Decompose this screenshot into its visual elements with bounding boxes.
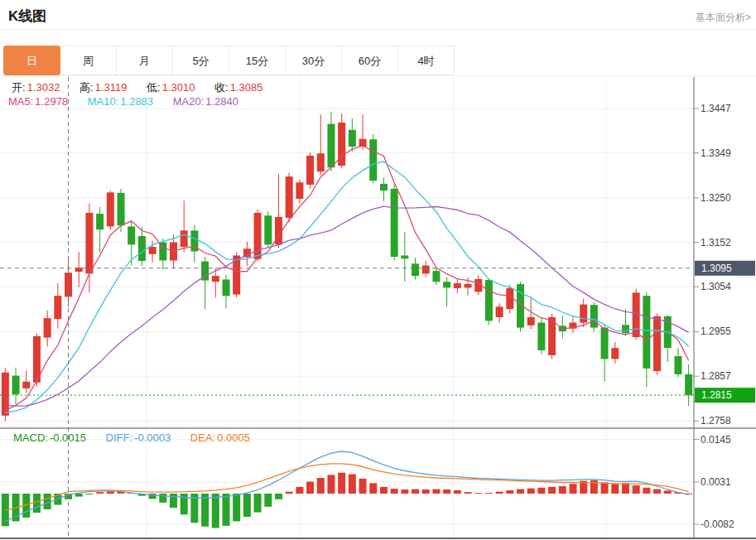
candle-body[interactable] [485,280,493,321]
candle-body[interactable] [601,328,609,359]
candle-body[interactable] [349,130,356,147]
interval-tabbar: 日周月5分15分30分60分4时 [4,46,455,75]
macd-hist-bar [401,489,408,494]
close-value: 1.3085 [230,81,263,94]
macd-axis-label: 0.0031 [701,476,731,488]
candle-body[interactable] [391,189,398,257]
candle-body[interactable] [317,153,325,171]
last-price-badge-text: 1.2815 [701,389,732,401]
candle-body[interactable] [643,296,650,369]
candle-body[interactable] [65,272,72,297]
candle-body[interactable] [254,213,262,259]
price-axis-label: 1.3250 [701,192,731,204]
tab-日[interactable]: 日 [3,46,60,75]
ma10-label: MA10: [88,95,119,108]
candle-body[interactable] [85,213,93,273]
high-value: 1.3119 [95,81,128,94]
candle-body[interactable] [674,356,681,374]
macd-hist-bar [254,494,262,513]
ma5-label: MA5: [8,95,33,108]
candle-body[interactable] [465,284,472,287]
open-label: 开: [12,81,26,94]
macd-hist-bar [359,479,367,494]
macd-hist-bar [590,480,598,494]
candle-body[interactable] [296,182,303,199]
macd-hist-bar [559,486,566,494]
tab-4时[interactable]: 4时 [397,46,455,75]
macd-hist-bar [212,494,219,528]
price-axis-label: 1.3152 [701,237,731,248]
ma10-value: 1.2883 [120,95,153,108]
ma-readout: MA5:1.2978 MA10:1.2883 MA20:1.2840 [8,95,240,108]
candle-body[interactable] [286,176,293,218]
kline-app: K线图 基本面分析> 日周月5分15分30分60分4时 1.34471.3349… [0,0,756,540]
candle-body[interactable] [633,292,640,337]
candle-body[interactable] [181,230,188,247]
macd-hist-bar [75,494,83,497]
candle-body[interactable] [138,236,146,261]
tab-5分[interactable]: 5分 [172,46,229,75]
candle-body[interactable] [369,139,377,181]
low-value: 1.3010 [162,81,195,94]
macd-hist-bar [222,494,229,526]
candle-body[interactable] [622,325,629,333]
candle-body[interactable] [212,276,219,282]
candle-body[interactable] [264,215,272,244]
tab-月[interactable]: 月 [116,46,173,75]
candle-body[interactable] [149,247,156,254]
ma20-value: 1.2840 [205,95,238,108]
candle-body[interactable] [306,156,314,185]
candle-body[interactable] [401,255,408,258]
price-axis-label: 1.2758 [701,415,731,427]
candle-body[interactable] [527,317,535,325]
candle-body[interactable] [54,296,61,319]
kline-chart-canvas[interactable]: 1.34471.33491.32501.31521.30541.29551.28… [0,77,756,540]
tab-周[interactable]: 周 [60,46,117,75]
candle-body[interactable] [44,318,51,338]
macd-hist-bar [107,491,114,494]
candle-body[interactable] [454,283,461,288]
macd-hist-bar [338,473,345,494]
open-value: 1.3032 [27,81,60,94]
candle-body[interactable] [222,280,229,297]
candle-body[interactable] [496,306,503,317]
macd-hist-bar [85,494,93,494]
macd-value: -0.0015 [50,432,86,444]
ma20-label: MA20: [173,95,205,108]
candle-body[interactable] [412,263,419,276]
candle-body[interactable] [422,266,430,274]
macd-hist-bar [569,484,576,494]
candle-body[interactable] [685,374,692,395]
fundamental-analysis-link[interactable]: 基本面分析> [696,11,751,25]
dea-label: DEA: [190,432,215,444]
candle-body[interactable] [118,193,125,225]
ma5-line [5,146,688,410]
candle-body[interactable] [128,226,135,244]
candle-body[interactable] [22,382,30,388]
candle-body[interactable] [96,214,104,229]
price-axis-label: 1.3054 [701,281,731,292]
macd-hist-bar [159,494,166,503]
candle-body[interactable] [653,316,661,371]
candle-body[interactable] [380,184,388,190]
candle-body[interactable] [443,282,450,287]
macd-hist-bar [349,475,356,494]
macd-hist-bar [506,490,513,494]
tab-60分[interactable]: 60分 [341,46,398,75]
macd-hist-bar [275,494,282,499]
tab-15分[interactable]: 15分 [229,46,286,75]
macd-hist-bar [622,483,629,494]
macd-axis-label: -0.0082 [701,518,734,530]
macd-hist-bar [233,494,240,521]
candle-body[interactable] [590,305,598,327]
candle-body[interactable] [432,271,440,282]
macd-readout: MACD:-0.0015 DIFF:-0.0003 DEA:0.0005 [13,432,252,444]
candle-body[interactable] [611,348,619,359]
candle-body[interactable] [107,192,114,226]
chart-area[interactable]: 1.34471.33491.32501.31521.30541.29551.28… [0,77,756,540]
candle-body[interactable] [12,376,20,394]
tab-30分[interactable]: 30分 [285,46,342,75]
candle-body[interactable] [537,323,545,350]
candle-body[interactable] [327,124,335,168]
candle-body[interactable] [580,305,587,323]
